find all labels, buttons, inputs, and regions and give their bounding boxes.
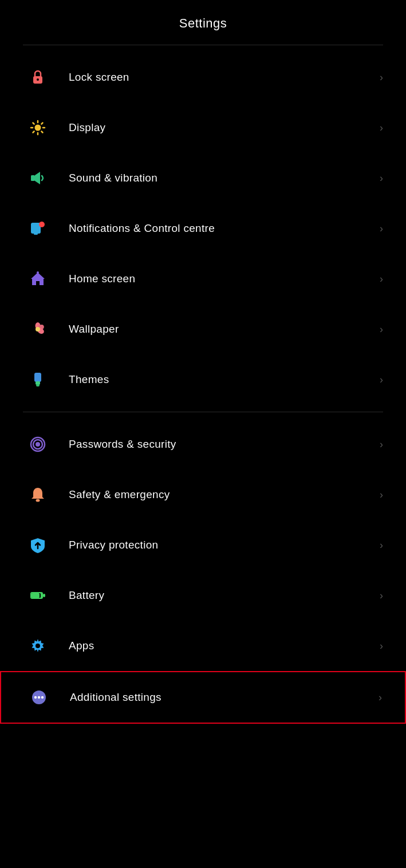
battery-chevron: › — [380, 590, 383, 602]
additional-settings-label: Additional settings — [70, 691, 379, 704]
settings-item-home-screen[interactable]: Home screen› — [0, 254, 406, 304]
notifications-icon — [23, 214, 53, 243]
display-label: Display — [69, 121, 380, 134]
sound-vibration-chevron: › — [380, 172, 383, 184]
home-screen-label: Home screen — [69, 273, 380, 285]
svg-point-1 — [37, 78, 39, 81]
wallpaper-chevron: › — [380, 323, 383, 336]
settings-item-additional-settings[interactable]: Additional settings› — [0, 671, 406, 724]
settings-group-1: Lock screen› Display› Sound & vibration› — [0, 45, 406, 412]
safety-chevron: › — [380, 489, 383, 501]
safety-label: Safety & emergency — [69, 488, 380, 501]
settings-item-themes[interactable]: Themes› — [0, 354, 406, 405]
notifications-chevron: › — [380, 223, 383, 235]
page-title: Settings — [179, 16, 227, 30]
svg-point-13 — [39, 222, 45, 227]
svg-point-34 — [34, 696, 37, 699]
svg-point-15 — [37, 271, 39, 274]
apps-icon — [23, 631, 53, 661]
settings-item-notifications[interactable]: Notifications & Control centre› — [0, 203, 406, 254]
svg-point-19 — [36, 327, 40, 332]
passwords-chevron: › — [380, 439, 383, 451]
settings-item-apps[interactable]: Apps› — [0, 621, 406, 671]
privacy-label: Privacy protection — [69, 539, 380, 551]
settings-item-safety[interactable]: Safety & emergency› — [0, 469, 406, 520]
wallpaper-label: Wallpaper — [69, 323, 380, 336]
home-screen-icon — [23, 264, 53, 294]
svg-rect-22 — [36, 384, 40, 386]
privacy-chevron: › — [380, 539, 383, 551]
themes-label: Themes — [69, 373, 380, 386]
svg-point-36 — [41, 696, 44, 699]
home-screen-chevron: › — [380, 273, 383, 285]
display-chevron: › — [380, 122, 383, 134]
svg-line-7 — [33, 123, 34, 124]
themes-chevron: › — [380, 374, 383, 386]
settings-container: Lock screen› Display› Sound & vibration› — [0, 45, 406, 731]
settings-group-2: Passwords & security› Safety & emergency… — [0, 412, 406, 731]
sound-vibration-label: Sound & vibration — [69, 172, 380, 184]
settings-item-display[interactable]: Display› — [0, 102, 406, 153]
lock-screen-chevron: › — [380, 72, 383, 84]
svg-rect-29 — [31, 593, 40, 598]
notifications-label: Notifications & Control centre — [69, 222, 380, 235]
battery-icon — [23, 581, 53, 610]
svg-line-8 — [41, 131, 42, 132]
passwords-label: Passwords & security — [69, 438, 380, 451]
svg-point-26 — [36, 499, 40, 502]
settings-item-privacy[interactable]: Privacy protection› — [0, 520, 406, 570]
sound-vibration-icon — [23, 163, 53, 193]
settings-item-lock-screen[interactable]: Lock screen› — [0, 52, 406, 102]
svg-point-32 — [36, 644, 40, 648]
lock-screen-label: Lock screen — [69, 71, 380, 84]
safety-icon — [23, 480, 53, 510]
wallpaper-icon — [23, 314, 53, 344]
themes-icon — [23, 365, 53, 394]
settings-item-passwords[interactable]: Passwords & security› — [0, 419, 406, 469]
svg-rect-30 — [43, 594, 45, 597]
svg-rect-20 — [34, 373, 41, 382]
apps-chevron: › — [380, 640, 383, 652]
svg-point-2 — [35, 125, 41, 131]
svg-rect-14 — [34, 233, 38, 235]
display-icon — [23, 113, 53, 143]
page-header: Settings — [0, 0, 406, 45]
privacy-icon — [23, 530, 53, 560]
additional-settings-chevron: › — [379, 692, 382, 704]
svg-rect-11 — [31, 175, 35, 181]
settings-item-wallpaper[interactable]: Wallpaper› — [0, 304, 406, 354]
svg-point-25 — [36, 442, 40, 447]
apps-label: Apps — [69, 640, 380, 652]
svg-line-9 — [41, 123, 42, 124]
additional-settings-icon — [24, 682, 54, 712]
lock-screen-icon — [23, 62, 53, 92]
passwords-icon — [23, 429, 53, 459]
battery-label: Battery — [69, 589, 380, 602]
settings-item-sound-vibration[interactable]: Sound & vibration› — [0, 153, 406, 203]
settings-item-battery[interactable]: Battery› — [0, 570, 406, 621]
svg-point-35 — [38, 696, 40, 699]
svg-line-10 — [33, 131, 34, 132]
